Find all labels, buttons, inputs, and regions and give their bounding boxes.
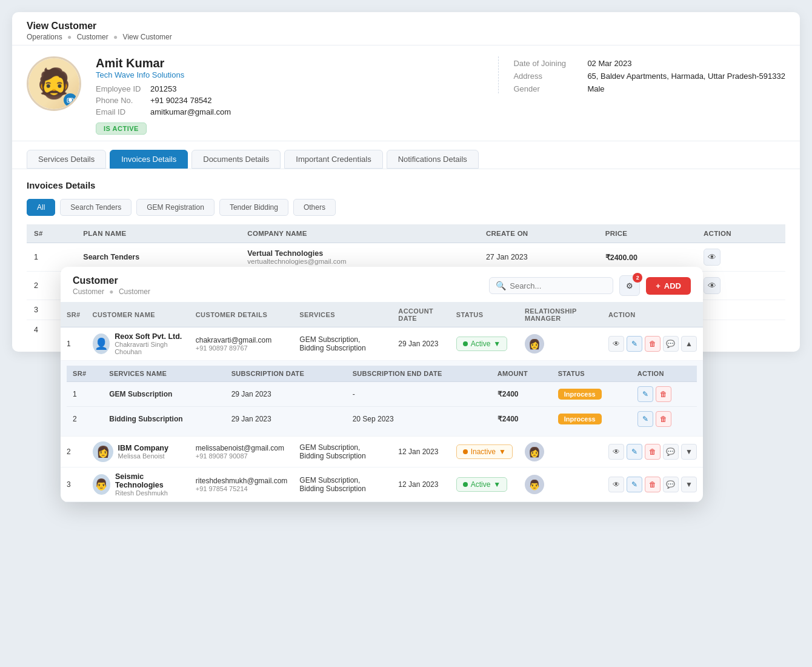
delete-button[interactable]: 🗑 (645, 336, 661, 352)
cth-account-date: ACCOUNT DATE (392, 303, 450, 327)
filter-badge: 2 (633, 273, 642, 283)
sub-cell-amount: ₹2400 (491, 407, 552, 432)
invoices-table-header-row: S# PLAN NAME COMPANY NAME CREATE ON PRIC… (27, 224, 785, 243)
edit-button[interactable]: ✎ (627, 444, 642, 460)
cell-rel-manager: 👨 (519, 468, 602, 502)
gender: Male (587, 84, 604, 93)
sub-cell-amount: ₹2400 (491, 382, 552, 407)
header-actions: 🔍 ⚙ 2 + ADD (489, 275, 691, 296)
sub-delete-button[interactable]: 🗑 (656, 411, 671, 427)
filter-tender-bidding[interactable]: Tender Bidding (219, 199, 288, 216)
filter-search-tenders[interactable]: Search Tenders (60, 199, 131, 216)
cp-breadcrumb-1: Customer (73, 287, 104, 296)
cth-rel-manager: RELATIONSHIP MANAGER (519, 303, 602, 327)
status-chevron-icon: ▼ (493, 480, 501, 489)
tab-important-credentials[interactable]: Important Credentials (284, 150, 382, 169)
sub-cell-service-name: GEM Subscription (103, 382, 225, 407)
cth-sr: SR# (61, 303, 87, 327)
status-badge[interactable]: Inactive ▼ (456, 444, 513, 459)
sub-table-row: 2 Bidding Subscription 29 Jan 2023 20 Se… (67, 407, 697, 432)
col-action: ACTION (696, 224, 785, 243)
tab-documents-details[interactable]: Documents Details (191, 150, 281, 169)
col-company-name: COMPANY NAME (240, 224, 479, 243)
filter-all[interactable]: All (27, 199, 55, 216)
status-label: Active (471, 340, 491, 348)
col-sno: S# (27, 224, 76, 243)
sub-col-sub-date: SUBSCRIPTION DATE (225, 366, 347, 382)
cell-status: Active ▼ (450, 468, 519, 502)
tab-invoices-details[interactable]: Invoices Details (110, 150, 188, 169)
sub-col-service-name: SERVICES NAME (103, 366, 225, 382)
expand-button[interactable]: ▼ (681, 477, 697, 492)
message-button[interactable]: 💬 (663, 444, 679, 460)
expand-button[interactable]: ▼ (681, 444, 697, 460)
filter-row: All Search Tenders GEM Registration Tend… (27, 199, 785, 216)
customer-table-header-row: SR# CUSTOMER NAME CUSTOMER DETAILS SERVI… (61, 303, 703, 327)
customer-table: SR# CUSTOMER NAME CUSTOMER DETAILS SERVI… (61, 303, 703, 502)
customer-name-text: IBM Company (118, 444, 168, 452)
status-badge[interactable]: Active ▼ (456, 337, 508, 351)
cell-services: GEM Subscription, Bidding Subscription (293, 468, 392, 502)
sub-cell-sr: 2 (67, 407, 103, 432)
view-button[interactable]: 👁 (608, 336, 624, 352)
filter-icon-button[interactable]: ⚙ 2 (619, 275, 640, 296)
filter-gem-registration[interactable]: GEM Registration (136, 199, 215, 216)
customer-subname: Ritesh Deshmukh (115, 489, 184, 497)
status-badge[interactable]: Active ▼ (456, 477, 508, 492)
customer-panel-title: Customer (73, 275, 150, 286)
sub-edit-button[interactable]: ✎ (637, 386, 653, 402)
profile-right: Date of Joining 02 Mar 2023 Address 65, … (498, 56, 785, 93)
inprocess-badge: Inprocess (558, 414, 602, 424)
sub-edit-button[interactable]: ✎ (637, 411, 653, 427)
message-button[interactable]: 💬 (663, 477, 679, 492)
view-button[interactable]: 👁 (608, 477, 624, 492)
cell-action: 👁 ✎ 🗑 💬 ▼ (602, 468, 703, 502)
sub-col-end-date: SUBSCRIPTION END DATE (347, 366, 491, 382)
sub-table-header-row: SR# SERVICES NAME SUBSCRIPTION DATE SUBS… (67, 366, 697, 382)
col-price: PRICE (598, 224, 696, 243)
cell-account-date: 29 Jan 2023 (392, 327, 450, 361)
search-input[interactable] (510, 281, 607, 290)
customer-subtable-row: SR# SERVICES NAME SUBSCRIPTION DATE SUBS… (61, 361, 703, 437)
email-id: amitkumar@gmail.com (150, 107, 484, 116)
cth-status: STATUS (450, 303, 519, 327)
sub-col-sr: SR# (67, 366, 103, 382)
edit-button[interactable]: ✎ (627, 336, 642, 352)
delete-button[interactable]: 🗑 (645, 444, 661, 460)
profile-info: Amit Kumar Tech Wave Info Solutions Empl… (96, 56, 484, 135)
view-button[interactable]: 👁 (608, 444, 624, 460)
edit-button[interactable]: ✎ (627, 477, 642, 492)
sub-table-row: 1 GEM Subscription 29 Jan 2023 - ₹2400 I… (67, 382, 697, 407)
relationship-manager-avatar: 👩 (525, 334, 544, 354)
sub-cell-sub-date: 29 Jan 2023 (225, 407, 347, 432)
sub-cell-end-date: - (347, 382, 491, 407)
cell-action: 👁 ✎ 🗑 💬 ▲ (602, 327, 703, 361)
tab-notifications-details[interactable]: Notifications Details (387, 150, 479, 169)
expand-button[interactable]: ▲ (681, 336, 697, 352)
customer-subname: Melissa Benoist (118, 452, 168, 460)
phone-no: +91 90234 78542 (150, 96, 484, 105)
customer-table-body: 1 👤 Reox Soft Pvt. Ltd. Chakravarti Sing… (61, 327, 703, 502)
customer-table-row: 2 👩 IBM Company Melissa Benoist melissab… (61, 437, 703, 468)
cell-action: 👁 (696, 272, 785, 300)
sub-cell-service-name: Bidding Subscription (103, 407, 225, 432)
cell-action (696, 300, 785, 320)
view-invoice-button[interactable]: 👁 (704, 249, 720, 266)
status-dot-icon (463, 482, 468, 487)
relationship-manager-avatar: 👨 (525, 475, 544, 494)
add-customer-button[interactable]: + ADD (646, 277, 691, 295)
tab-services-details[interactable]: Services Details (27, 150, 106, 169)
cell-customer-details: melissabenoist@gmail.com +91 89087 90087 (190, 437, 294, 468)
sub-delete-button[interactable]: 🗑 (656, 386, 671, 402)
cth-action: ACTION (602, 303, 703, 327)
employee-id: 201253 (150, 84, 484, 93)
breadcrumb-view-customer: View Customer (123, 33, 172, 41)
message-button[interactable]: 💬 (663, 336, 679, 352)
date-of-joining: 02 Mar 2023 (587, 59, 631, 68)
customer-table-row: 1 👤 Reox Soft Pvt. Ltd. Chakravarti Sing… (61, 327, 703, 361)
delete-button[interactable]: 🗑 (645, 477, 661, 492)
cell-services: GEM Subscription, Bidding Subscription (293, 327, 392, 361)
filter-others[interactable]: Others (293, 199, 336, 216)
customer-panel: Customer Customer ● Customer 🔍 ⚙ 2 + ADD (61, 267, 703, 502)
view-invoice-button[interactable]: 👁 (704, 277, 720, 294)
